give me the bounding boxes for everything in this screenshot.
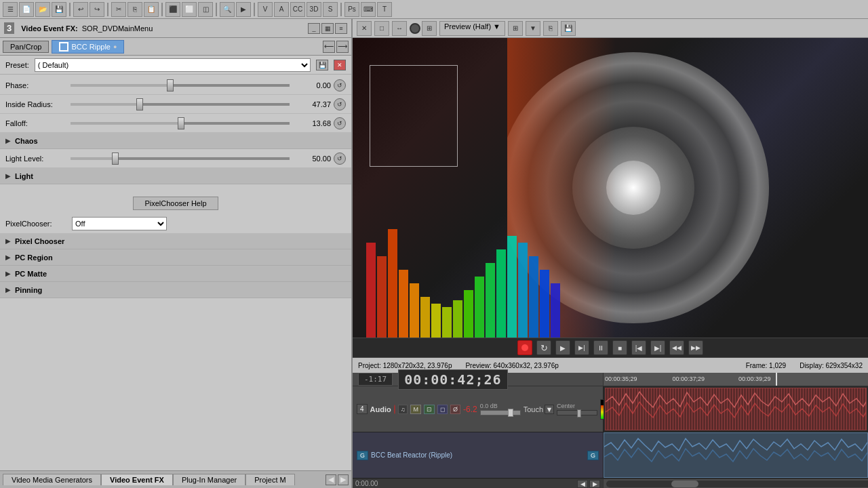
light-level-reset-btn[interactable]: ↺ xyxy=(334,152,346,165)
fx-list-btn[interactable]: ≡ xyxy=(335,23,347,34)
save-icon[interactable]: 💾 xyxy=(52,2,66,17)
play-btn[interactable]: ▶ xyxy=(555,340,570,355)
fx3-icon[interactable]: CC xyxy=(290,2,305,17)
scroll-thumb[interactable] xyxy=(671,481,698,487)
preview-snap-btn[interactable]: □ xyxy=(374,21,389,36)
preview-circle-btn[interactable] xyxy=(410,23,420,34)
preview-grid-btn[interactable]: ⊞ xyxy=(508,21,523,36)
time-nav-btns: ◀ ▶ xyxy=(577,480,600,488)
preset-select[interactable]: ( Default) xyxy=(35,58,311,72)
tool3-icon[interactable]: ◫ xyxy=(198,2,213,17)
fx5-icon[interactable]: S xyxy=(323,2,338,17)
mute-btn[interactable]: ◻ xyxy=(437,405,448,414)
preset-save-btn[interactable]: 💾 xyxy=(316,60,328,70)
phase-slider[interactable] xyxy=(71,84,290,87)
preview-toolbar: ✕ □ ↔ ⊞ Preview (Half) ▼ ⊞ ▼ ⎘ 💾 xyxy=(353,19,868,38)
new-icon[interactable]: 📄 xyxy=(19,2,34,17)
phase-reset-btn[interactable]: ↺ xyxy=(334,79,346,92)
arm-record-btn[interactable] xyxy=(394,405,395,414)
light-section[interactable]: ▶ Light xyxy=(0,168,351,184)
tab-bcc-ripple[interactable]: BCC Ripple ● xyxy=(52,40,124,54)
touch-label: Touch xyxy=(524,405,543,413)
bottom-tab-left[interactable]: ◀ xyxy=(326,474,336,485)
tab-right-arrow[interactable]: ⟶ xyxy=(336,41,349,53)
chaos-section[interactable]: ▶ Chaos xyxy=(0,133,351,149)
tab-video-event-fx[interactable]: Video Event FX xyxy=(101,474,173,485)
fx1-icon[interactable]: V xyxy=(258,2,273,17)
timecode: 00:00:42;26 xyxy=(404,371,501,388)
preview-save-btn[interactable]: 💾 xyxy=(561,21,576,36)
color-bar xyxy=(486,263,495,338)
tool1-icon[interactable]: ⬛ xyxy=(165,2,180,17)
timeline-scrollbar[interactable] xyxy=(604,479,868,489)
fx-minimize-btn[interactable]: _ xyxy=(308,23,320,34)
pixelchooser-help-button[interactable]: PixelChooser Help xyxy=(133,197,218,210)
volume-slider[interactable] xyxy=(480,410,521,415)
cut-icon[interactable]: ✂ xyxy=(111,2,126,17)
pc-matte-section[interactable]: ▶ PC Matte xyxy=(0,266,351,282)
timeline-area: -1:17 00:00:42;26 00:00:35;29 00:00:37;2… xyxy=(353,373,868,488)
scroll-right-btn[interactable]: ▶ xyxy=(589,480,600,488)
sep2 xyxy=(107,3,108,16)
preview-zoom-btn[interactable]: ▼ xyxy=(526,21,540,36)
preview-copy-btn[interactable]: ⎘ xyxy=(543,21,558,36)
preview-tool1-btn[interactable]: ↔ xyxy=(392,21,407,36)
tool2-icon[interactable]: ⬜ xyxy=(182,2,197,17)
pan-slider[interactable] xyxy=(557,410,597,415)
record-btn[interactable] xyxy=(517,340,532,355)
redo-icon[interactable]: ↪ xyxy=(90,2,104,17)
chaos-label: Chaos xyxy=(15,137,38,145)
fx4-icon[interactable]: 3D xyxy=(307,2,321,17)
text-icon[interactable]: T xyxy=(377,2,392,17)
scroll-left-btn[interactable]: ◀ xyxy=(577,480,588,488)
pause-btn[interactable]: ⏸ xyxy=(593,340,608,355)
key-icon[interactable]: ⌨ xyxy=(361,2,376,17)
play-icon[interactable]: ▶ xyxy=(236,2,251,17)
stop-btn[interactable]: ■ xyxy=(612,340,627,355)
loop-btn[interactable]: ↻ xyxy=(536,340,551,355)
falloff-control: Falloff: 13.68 ↺ xyxy=(0,114,351,133)
sep3 xyxy=(161,3,163,16)
preview-info: Preview: 640x360x32, 23.976p xyxy=(465,362,558,369)
prev-frame-btn[interactable]: ◀◀ xyxy=(669,340,684,355)
phase-btn[interactable]: Ø xyxy=(450,405,460,414)
zoom-icon[interactable]: 🔍 xyxy=(220,2,235,17)
waveform-svg xyxy=(606,388,866,430)
fx2-icon[interactable]: A xyxy=(274,2,289,17)
selection-rect[interactable] xyxy=(370,65,458,167)
falloff-slider[interactable] xyxy=(71,122,290,125)
paste-icon[interactable]: 📋 xyxy=(144,2,159,17)
pixelchooser-dropdown[interactable]: Off On xyxy=(72,217,167,230)
preset-close-btn[interactable]: ✕ xyxy=(334,60,346,70)
next-btn[interactable]: ▶| xyxy=(650,340,665,355)
tab-pan-crop[interactable]: Pan/Crop xyxy=(3,41,49,53)
open-icon[interactable]: 📂 xyxy=(35,2,50,17)
tab-plug-in-manager[interactable]: Plug-In Manager xyxy=(173,474,245,485)
ps-icon[interactable]: Ps xyxy=(344,2,359,17)
pixel-chooser-section[interactable]: ▶ Pixel Chooser xyxy=(0,233,351,249)
preview-aspect-btn[interactable]: ⊞ xyxy=(422,21,437,36)
inside-radius-slider[interactable] xyxy=(71,103,290,106)
timeline-time-row: -1:17 00:00:42;26 00:00:35;29 00:00:37;2… xyxy=(353,373,868,386)
preview-mode-dropdown[interactable]: Preview (Half) ▼ xyxy=(439,21,505,36)
color-bar xyxy=(442,307,452,338)
play-to-btn[interactable]: ▶| xyxy=(574,340,589,355)
touch-dropdown-btn[interactable]: ▼ xyxy=(545,405,554,414)
light-level-slider[interactable] xyxy=(71,157,290,160)
falloff-reset-btn[interactable]: ↺ xyxy=(334,117,346,129)
next-frame-btn[interactable]: ▶▶ xyxy=(688,340,703,355)
tab-left-arrow[interactable]: ⟵ xyxy=(323,41,335,53)
inside-radius-reset-btn[interactable]: ↺ xyxy=(334,98,346,110)
copy-icon[interactable]: ⎘ xyxy=(127,2,142,17)
fx-tile-btn[interactable]: ▦ xyxy=(321,23,334,34)
fx-event-name: SOR_DVDMainMenu xyxy=(82,24,153,33)
preview-close-btn[interactable]: ✕ xyxy=(357,21,372,36)
tab-project-m[interactable]: Project M xyxy=(245,474,294,485)
tab-video-media-generators[interactable]: Video Media Generators xyxy=(3,474,101,485)
prev-btn[interactable]: |◀ xyxy=(631,340,646,355)
pinning-section[interactable]: ▶ Pinning xyxy=(0,282,351,298)
undo-icon[interactable]: ↩ xyxy=(73,2,88,17)
bottom-tab-right[interactable]: ▶ xyxy=(338,474,349,485)
pc-region-section[interactable]: ▶ PC Region xyxy=(0,249,351,266)
menu-icon[interactable]: ☰ xyxy=(3,2,18,17)
